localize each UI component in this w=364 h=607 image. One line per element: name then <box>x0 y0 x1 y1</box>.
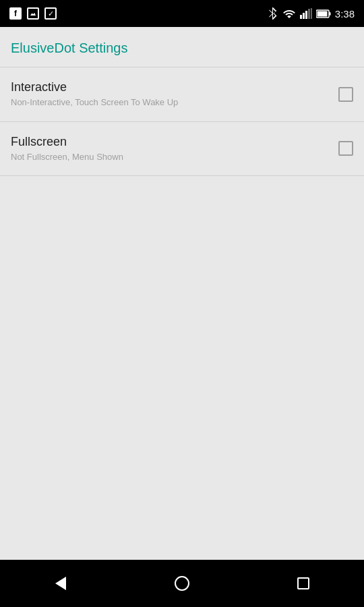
home-button[interactable] <box>165 567 199 600</box>
check-icon: ✓ <box>44 7 57 20</box>
settings-list: Interactive Non-Interactive, Touch Scree… <box>0 67 364 176</box>
fullscreen-desc: Not Fullscreen, Menu Shown <box>11 151 328 163</box>
svg-rect-3 <box>308 9 310 19</box>
signal-icon <box>300 8 312 19</box>
interactive-setting-item[interactable]: Interactive Non-Interactive, Touch Scree… <box>0 67 364 122</box>
page-title: ElusiveDot Settings <box>0 27 364 67</box>
interactive-checkbox[interactable] <box>338 87 353 102</box>
fullscreen-setting-item[interactable]: Fullscreen Not Fullscreen, Menu Shown <box>0 122 364 177</box>
fullscreen-checkbox[interactable] <box>338 141 353 156</box>
recents-button[interactable] <box>286 567 320 600</box>
svg-rect-2 <box>305 11 307 19</box>
recents-square-icon <box>297 577 309 589</box>
facebook-icon: f <box>9 7 22 20</box>
status-bar: f ✓ 3:38 <box>0 0 364 27</box>
status-time: 3:38 <box>335 8 355 20</box>
back-arrow-icon <box>55 577 66 590</box>
svg-rect-0 <box>300 15 302 19</box>
svg-rect-4 <box>311 8 312 19</box>
battery-icon <box>316 9 331 18</box>
wifi-icon <box>282 8 296 19</box>
interactive-label: Interactive <box>11 80 328 95</box>
svg-rect-6 <box>317 11 327 16</box>
fullscreen-setting-text: Fullscreen Not Fullscreen, Menu Shown <box>11 134 328 164</box>
status-bar-left: f ✓ <box>9 7 57 20</box>
interactive-setting-text: Interactive Non-Interactive, Touch Scree… <box>11 80 328 109</box>
nav-bar <box>0 560 364 607</box>
main-content: ElusiveDot Settings Interactive Non-Inte… <box>0 27 364 560</box>
bluetooth-icon <box>269 7 278 20</box>
interactive-desc: Non-Interactive, Touch Screen To Wake Up <box>11 96 328 109</box>
svg-rect-1 <box>303 13 305 19</box>
image-icon <box>27 7 39 20</box>
svg-rect-7 <box>329 12 330 16</box>
home-circle-icon <box>175 576 189 591</box>
status-bar-right: 3:38 <box>269 7 355 20</box>
fullscreen-label: Fullscreen <box>11 134 328 150</box>
back-button[interactable] <box>44 567 78 600</box>
